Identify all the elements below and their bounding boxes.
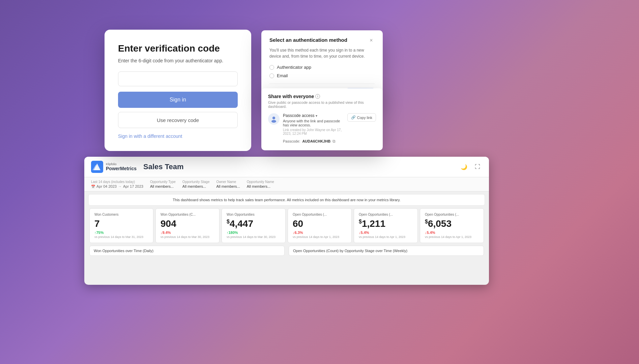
metric-name-0: Won Customers [94, 213, 148, 216]
auth-option-authenticator[interactable]: Authenticator app [269, 65, 375, 70]
date-start: Apr 04 2023 [96, 184, 117, 188]
passcode-access-label: Passcode access ▾ [283, 113, 344, 118]
dashboard-header: Klipfolio PowerMetrics Sales Team 🌙 ⛶ [84, 157, 489, 177]
metric-change-4: ↓5.4% [359, 231, 413, 235]
auth-modal-header: Select an authentication method × [269, 37, 375, 44]
metric-name-5: Open Opportunities (... [425, 213, 479, 216]
auth-modal-close-button[interactable]: × [368, 37, 375, 44]
metric-change-2: ↑180% [227, 231, 281, 235]
bottom-labels: Won Opportunities over Time (Daily) Open… [84, 243, 489, 256]
opp-name-value: All members... [247, 184, 274, 188]
auth-option-email[interactable]: Email [269, 73, 375, 78]
auth-modal-description: You'll use this method each time you sig… [269, 47, 375, 59]
verify-modal-title: Enter verification code [118, 43, 238, 54]
powermetrics-logo-icon [91, 161, 103, 173]
metric-comparison-0: vs previous 14 days to Mar 31, 2023 [94, 235, 148, 239]
metric-name-2: Won Opportunities [227, 213, 281, 216]
recovery-code-button[interactable]: Use recovery code [118, 112, 238, 128]
bottom-chart-label-1: Open Opportunities (Count) by Opportunit… [289, 246, 484, 256]
share-modal: Share with everyone i Give public or pas… [261, 88, 383, 150]
share-info: Passcode access ▾ Anyone with the link a… [283, 113, 344, 135]
opp-type-value: All members... [150, 184, 176, 188]
date-end: Apr 17 2023 [123, 184, 143, 188]
date-filter[interactable]: Last 14 days (includes today) 📅 Apr 04 2… [91, 180, 143, 188]
metric-comparison-1: vs previous 14 days to Mar 30, 2023 [161, 235, 214, 239]
metric-card-open-opp-4: Open Opportunities (... $1,211 ↓5.4% vs … [354, 208, 418, 243]
opportunity-type-filter[interactable]: Opportunity Type All members... [150, 180, 176, 188]
metric-value-0: 7 [94, 219, 148, 229]
copy-link-icon: 🔗 [351, 115, 356, 120]
verify-modal-subtitle: Enter the 6-digit code from your authent… [118, 58, 238, 63]
share-avatar [268, 113, 280, 125]
bottom-chart-label-0: Won Opportunities over Time (Daily) [89, 246, 285, 256]
opp-name-label: Opportunity Name [247, 180, 274, 184]
passcode-value: AUDA6CHKJHB [302, 139, 330, 143]
owner-name-filter[interactable]: Owner Name All members... [216, 180, 240, 188]
passcode-label: Passcode: [283, 139, 300, 143]
svg-point-4 [271, 120, 276, 123]
passcode-copy-icon[interactable]: ⧉ [332, 139, 336, 144]
auth-radio-authenticator[interactable] [269, 65, 274, 70]
share-modal-description: Give public or passcode access to a publ… [268, 100, 376, 109]
opportunity-stage-filter[interactable]: Opportunity Stage All members... [182, 180, 210, 188]
owner-name-label: Owner Name [216, 180, 240, 184]
metric-card-won-opp-count: Won Opportunities (C... 904 ↓9.4% vs pre… [155, 208, 220, 243]
share-modal-title: Share with everyone i [268, 94, 376, 99]
dashboard-logo: Klipfolio PowerMetrics [91, 161, 137, 173]
opp-stage-value: All members... [182, 184, 210, 188]
metric-card-won-opp: Won Opportunities $4,447 ↑180% vs previo… [222, 208, 286, 243]
owner-name-value: All members... [216, 184, 240, 188]
metric-comparison-3: vs previous 14 days to Apr 1, 2023 [293, 235, 347, 239]
date-filter-label: Last 14 days (includes today) [91, 180, 143, 184]
passcode-row: Passcode: AUDA6CHKJHB ⧉ [283, 139, 376, 144]
passcode-dropdown-arrow[interactable]: ▾ [316, 114, 317, 118]
metric-comparison-2: vs previous 14 days to Mar 30, 2023 [227, 235, 281, 239]
metric-comparison-4: vs previous 14 days to Apr 1, 2023 [359, 235, 413, 239]
logo-klipfolio: Klipfolio [106, 162, 137, 166]
auth-modal-title: Select an authentication method [269, 37, 347, 43]
verify-modal: Enter verification code Enter the 6-digi… [105, 30, 251, 151]
metric-name-1: Won Opportunities (C... [161, 213, 214, 216]
opportunity-name-filter[interactable]: Opportunity Name All members... [247, 180, 274, 188]
fullscreen-icon[interactable]: ⛶ [473, 162, 482, 172]
date-range: 📅 Apr 04 2023 → Apr 17 2023 [91, 184, 143, 188]
metric-card-open-opp-count: Open Opportunities (... 60 ↓6.3% vs prev… [288, 208, 352, 243]
dashboard-card: Klipfolio PowerMetrics Sales Team 🌙 ⛶ La… [84, 157, 489, 285]
metric-value-4: $1,211 [359, 219, 413, 229]
logo-powermetrics: PowerMetrics [106, 166, 137, 171]
metric-value-3: 60 [293, 219, 347, 229]
share-info-icon[interactable]: i [315, 94, 320, 99]
auth-radio-email[interactable] [269, 73, 274, 78]
auth-label-email: Email [277, 73, 288, 78]
metric-value-5: $6,053 [425, 219, 479, 229]
dashboard-header-icons: 🌙 ⛶ [459, 162, 482, 172]
metric-change-5: ↓5.4% [425, 231, 479, 235]
verification-code-input[interactable] [118, 71, 238, 86]
metric-card-won-customers: Won Customers 7 ↑75% vs previous 14 days… [89, 208, 153, 243]
dark-mode-icon[interactable]: 🌙 [459, 162, 469, 172]
metric-change-1: ↓9.4% [161, 231, 214, 235]
metric-name-3: Open Opportunities (... [293, 213, 347, 216]
metric-comparison-5: vs previous 14 days to Apr 1, 2023 [425, 235, 479, 239]
logo-text: Klipfolio PowerMetrics [106, 162, 137, 171]
metric-change-0: ↑75% [94, 231, 148, 235]
signin-button[interactable]: Sign in [118, 92, 238, 108]
metric-value-2: $4,447 [227, 219, 281, 229]
auth-label-authenticator: Authenticator app [277, 65, 311, 70]
dashboard-header-left: Klipfolio PowerMetrics Sales Team [91, 161, 184, 173]
dashboard-banner: This dashboard shows metrics to help tra… [88, 194, 485, 206]
metric-card-open-opp-5: Open Opportunities (... $6,053 ↓5.4% vs … [420, 208, 484, 243]
svg-point-3 [272, 117, 275, 119]
share-avatar-icon [270, 115, 278, 123]
share-access-description: Anyone with the link and passcode has vi… [283, 119, 344, 127]
share-created-by: Link created by John Wayne on Apr 17, 20… [283, 128, 344, 135]
filter-bar: Last 14 days (includes today) 📅 Apr 04 2… [84, 177, 489, 191]
copy-link-button[interactable]: 🔗 Copy link [347, 113, 376, 122]
date-arrow: → [118, 184, 122, 188]
metrics-grid: Won Customers 7 ↑75% vs previous 14 days… [84, 208, 489, 243]
opp-type-label: Opportunity Type [150, 180, 176, 184]
metric-value-1: 904 [161, 219, 214, 229]
metric-name-4: Open Opportunities (... [359, 213, 413, 216]
different-account-link[interactable]: Sign in with a different account [118, 133, 238, 139]
share-access-row: Passcode access ▾ Anyone with the link a… [268, 113, 376, 135]
